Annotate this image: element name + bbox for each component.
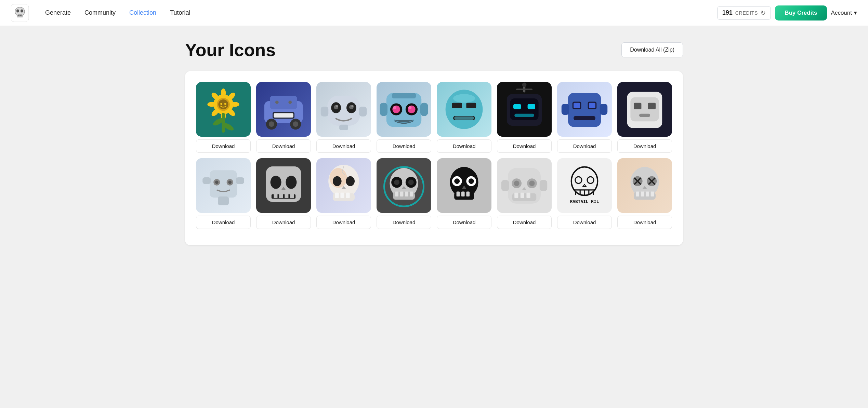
icon-item-sunflower: Download	[196, 82, 251, 153]
icon-image-black-skull	[437, 158, 491, 213]
icon-item-dark-skull-cube: Download	[256, 158, 311, 229]
collection-card: Download	[185, 71, 683, 245]
svg-point-121	[454, 178, 460, 184]
download-button-black-skull[interactable]: Download	[437, 216, 491, 229]
svg-rect-82	[639, 114, 650, 117]
icon-image-dark-robot	[497, 82, 552, 137]
buy-credits-button[interactable]: Buy Credits	[775, 5, 827, 21]
icon-item-white-robot-dark: Download	[617, 82, 672, 153]
svg-rect-96	[279, 194, 283, 198]
icon-image-teal-robot	[437, 82, 491, 137]
icon-image-blue-robot	[557, 82, 612, 137]
svg-rect-67	[513, 104, 521, 109]
svg-point-63	[522, 83, 527, 87]
download-button-sunflower[interactable]: Download	[196, 139, 251, 153]
account-label: Account	[831, 10, 852, 16]
svg-point-35	[288, 100, 292, 104]
svg-rect-136	[521, 193, 524, 198]
icon-item-text-skull: RABTAIL RIL Download	[557, 158, 612, 229]
svg-rect-97	[285, 194, 288, 198]
svg-rect-124	[457, 192, 460, 196]
download-button-dark-skull-round[interactable]: Download	[377, 216, 431, 229]
svg-rect-38	[359, 107, 367, 117]
credits-badge[interactable]: 191 CREDITS ↻	[717, 6, 771, 20]
icon-item-dark-robot: Download	[497, 82, 552, 153]
svg-rect-58	[466, 103, 476, 108]
nav-generate[interactable]: Generate	[45, 9, 71, 16]
download-button-pink-eyes-robot[interactable]: Download	[377, 139, 431, 153]
icon-item-cross-skull: Download	[617, 158, 672, 229]
svg-point-55	[408, 106, 412, 109]
svg-rect-114	[395, 192, 398, 196]
svg-point-3	[21, 9, 23, 12]
icon-image-grey-robot-skull	[497, 158, 552, 213]
svg-rect-75	[574, 103, 580, 108]
svg-rect-83	[210, 170, 237, 198]
icon-item-small-robot: Download	[196, 158, 251, 229]
download-button-blue-robot[interactable]: Download	[557, 139, 612, 153]
svg-point-139	[575, 177, 582, 183]
svg-rect-126	[466, 192, 470, 196]
svg-rect-156	[636, 192, 639, 196]
icon-item-black-skull: Download	[437, 158, 491, 229]
download-button-lit-skull[interactable]: Download	[316, 216, 371, 229]
nav-tutorial[interactable]: Tutorial	[170, 9, 190, 16]
svg-rect-37	[321, 107, 328, 117]
svg-rect-80	[634, 103, 641, 109]
download-button-car-robot[interactable]: Download	[256, 139, 311, 153]
svg-point-19	[207, 102, 216, 107]
svg-point-133	[529, 181, 535, 186]
nav-collection[interactable]: Collection	[129, 9, 156, 16]
svg-rect-95	[274, 194, 277, 198]
svg-rect-104	[335, 193, 339, 198]
download-button-text-skull[interactable]: Download	[557, 216, 612, 229]
svg-point-132	[514, 181, 520, 186]
svg-rect-64	[516, 89, 532, 90]
download-button-round-robot[interactable]: Download	[316, 139, 371, 153]
svg-point-13	[221, 89, 226, 97]
refresh-icon[interactable]: ↻	[761, 9, 766, 17]
svg-rect-60	[454, 117, 474, 120]
svg-rect-159	[651, 192, 654, 196]
svg-rect-125	[461, 192, 465, 196]
icon-item-car-robot: Download	[256, 82, 311, 153]
download-button-small-robot[interactable]: Download	[196, 216, 251, 229]
svg-rect-27	[274, 113, 293, 118]
download-button-cross-skull[interactable]: Download	[617, 216, 672, 229]
download-button-dark-robot[interactable]: Download	[497, 139, 552, 153]
icon-image-text-skull: RABTAIL RIL	[557, 158, 612, 213]
download-button-teal-robot[interactable]: Download	[437, 139, 491, 153]
download-button-white-robot-dark[interactable]: Download	[617, 139, 672, 153]
icon-item-grey-robot-skull: Download	[497, 158, 552, 229]
svg-point-2	[16, 9, 19, 12]
svg-text:RABTAIL RIL: RABTAIL RIL	[570, 199, 599, 204]
icon-item-teal-robot: Download	[437, 82, 491, 153]
logo[interactable]	[11, 4, 29, 22]
svg-point-61	[453, 94, 475, 103]
svg-rect-135	[514, 193, 518, 198]
download-button-grey-robot-skull[interactable]: Download	[497, 216, 552, 229]
svg-rect-157	[641, 192, 644, 196]
svg-point-15	[230, 102, 239, 107]
svg-point-11	[220, 103, 222, 105]
page-header: Your Icons Download All (Zip)	[185, 40, 683, 60]
account-button[interactable]: Account ▾	[831, 9, 857, 16]
download-all-button[interactable]: Download All (Zip)	[621, 42, 683, 57]
svg-rect-72	[600, 104, 607, 115]
svg-point-54	[393, 106, 396, 109]
svg-rect-49	[420, 103, 428, 116]
svg-rect-137	[526, 193, 530, 198]
svg-rect-71	[562, 104, 569, 115]
nav-community[interactable]: Community	[84, 9, 116, 16]
download-button-dark-skull-cube[interactable]: Download	[256, 216, 311, 229]
main-content: Your Icons Download All (Zip)	[174, 26, 694, 259]
icon-image-car-robot	[256, 82, 311, 137]
svg-rect-7	[17, 16, 23, 17]
svg-point-31	[293, 121, 298, 127]
svg-rect-70	[568, 93, 601, 127]
svg-point-44	[351, 105, 353, 107]
svg-point-12	[224, 103, 226, 105]
svg-rect-79	[630, 97, 659, 121]
svg-point-43	[336, 105, 338, 107]
icon-item-dark-skull-round: Download	[377, 158, 431, 229]
